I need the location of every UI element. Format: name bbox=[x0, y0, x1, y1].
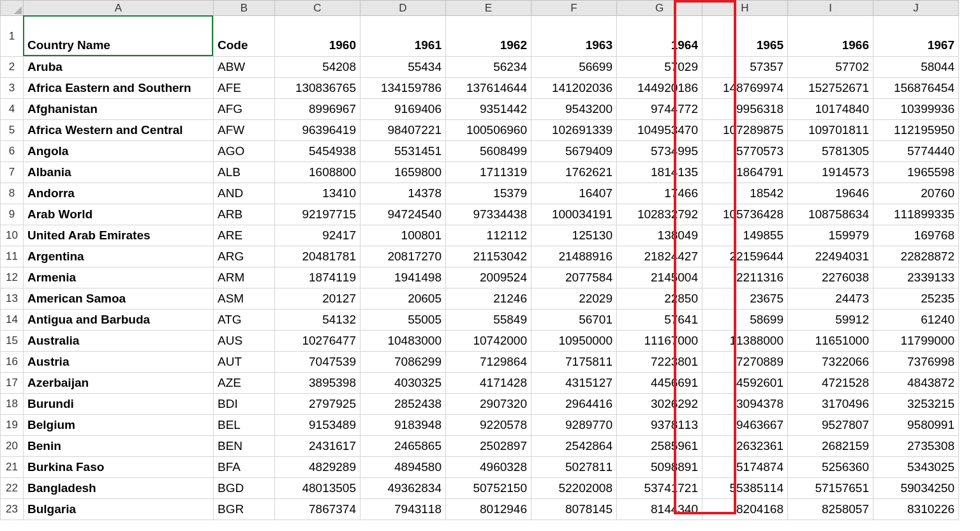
cell-A8[interactable]: Andorra bbox=[24, 183, 214, 204]
cell-H16[interactable]: 7270889 bbox=[702, 352, 788, 373]
row-header-4[interactable]: 4 bbox=[1, 99, 24, 120]
cell-E15[interactable]: 10742000 bbox=[446, 331, 531, 352]
cell-J22[interactable]: 59034250 bbox=[873, 478, 959, 499]
cell-B17[interactable]: AZE bbox=[214, 373, 275, 394]
cell-G22[interactable]: 53741721 bbox=[617, 478, 702, 499]
cell-A12[interactable]: Armenia bbox=[24, 267, 214, 288]
cell-I13[interactable]: 24473 bbox=[788, 288, 873, 310]
cell-E1[interactable]: 1962 bbox=[446, 16, 531, 57]
cell-F5[interactable]: 102691339 bbox=[531, 120, 617, 141]
row-header-12[interactable]: 12 bbox=[1, 267, 24, 288]
table-row[interactable]: 15AustraliaAUS10276477104830001074200010… bbox=[1, 331, 959, 352]
table-row[interactable]: 23BulgariaBGR786737479431188012946807814… bbox=[1, 499, 959, 520]
cell-C18[interactable]: 2797925 bbox=[275, 394, 360, 415]
cell-C16[interactable]: 7047539 bbox=[275, 352, 360, 373]
cell-D23[interactable]: 7943118 bbox=[360, 499, 446, 520]
cell-H8[interactable]: 18542 bbox=[702, 183, 788, 204]
cell-G18[interactable]: 3026292 bbox=[617, 394, 702, 415]
table-row[interactable]: 8AndorraAND13410143781537916407174661854… bbox=[1, 183, 959, 204]
cell-D20[interactable]: 2465865 bbox=[360, 436, 446, 457]
cell-E17[interactable]: 4171428 bbox=[446, 373, 531, 394]
cell-I22[interactable]: 57157651 bbox=[788, 478, 873, 499]
row-header-11[interactable]: 11 bbox=[1, 246, 24, 267]
cell-D11[interactable]: 20817270 bbox=[360, 246, 446, 267]
cell-B11[interactable]: ARG bbox=[214, 246, 275, 267]
cell-E4[interactable]: 9351442 bbox=[446, 99, 531, 120]
cell-J17[interactable]: 4843872 bbox=[873, 373, 959, 394]
cell-B1[interactable]: Code bbox=[214, 16, 275, 57]
row-header-6[interactable]: 6 bbox=[1, 141, 24, 162]
cell-I9[interactable]: 108758634 bbox=[788, 204, 873, 225]
cell-D4[interactable]: 9169406 bbox=[360, 99, 446, 120]
col-header-G[interactable]: G bbox=[617, 1, 702, 16]
cell-C22[interactable]: 48013505 bbox=[275, 478, 360, 499]
cell-H13[interactable]: 23675 bbox=[702, 288, 788, 310]
cell-C17[interactable]: 3895398 bbox=[275, 373, 360, 394]
cell-F3[interactable]: 141202036 bbox=[531, 78, 617, 99]
row-header-3[interactable]: 3 bbox=[1, 78, 24, 99]
cell-G19[interactable]: 9378113 bbox=[617, 415, 702, 436]
cell-C12[interactable]: 1874119 bbox=[275, 267, 360, 288]
cell-F23[interactable]: 8078145 bbox=[531, 499, 617, 520]
cell-D8[interactable]: 14378 bbox=[360, 183, 446, 204]
col-header-I[interactable]: I bbox=[788, 1, 873, 16]
cell-C13[interactable]: 20127 bbox=[275, 288, 360, 310]
cell-I2[interactable]: 57702 bbox=[788, 57, 873, 78]
cell-I14[interactable]: 59912 bbox=[788, 310, 873, 331]
table-row[interactable]: 3Africa Eastern and SouthernAFE130836765… bbox=[1, 78, 959, 99]
cell-B5[interactable]: AFW bbox=[214, 120, 275, 141]
cell-D12[interactable]: 1941498 bbox=[360, 267, 446, 288]
cell-F11[interactable]: 21488916 bbox=[531, 246, 617, 267]
table-row[interactable]: 19BelgiumBEL9153489918394892205789289770… bbox=[1, 415, 959, 436]
cell-H18[interactable]: 3094378 bbox=[702, 394, 788, 415]
row-header-15[interactable]: 15 bbox=[1, 331, 24, 352]
table-row[interactable]: 17AzerbaijanAZE3895398403032541714284315… bbox=[1, 373, 959, 394]
cell-A13[interactable]: American Samoa bbox=[24, 288, 214, 310]
table-row[interactable]: 9Arab WorldARB92197715947245409733443810… bbox=[1, 204, 959, 225]
cell-E2[interactable]: 56234 bbox=[446, 57, 531, 78]
cell-H17[interactable]: 4592601 bbox=[702, 373, 788, 394]
cell-H6[interactable]: 5770573 bbox=[702, 141, 788, 162]
cell-F19[interactable]: 9289770 bbox=[531, 415, 617, 436]
cell-J18[interactable]: 3253215 bbox=[873, 394, 959, 415]
row-header-8[interactable]: 8 bbox=[1, 183, 24, 204]
cell-D22[interactable]: 49362834 bbox=[360, 478, 446, 499]
cell-I5[interactable]: 109701811 bbox=[788, 120, 873, 141]
cell-A3[interactable]: Africa Eastern and Southern bbox=[24, 78, 214, 99]
cell-F20[interactable]: 2542864 bbox=[531, 436, 617, 457]
cell-E3[interactable]: 137614644 bbox=[446, 78, 531, 99]
cell-B8[interactable]: AND bbox=[214, 183, 275, 204]
cell-F12[interactable]: 2077584 bbox=[531, 267, 617, 288]
cell-D21[interactable]: 4894580 bbox=[360, 457, 446, 478]
table-row[interactable]: 16AustriaAUT7047539708629971298647175811… bbox=[1, 352, 959, 373]
table-row[interactable]: 2ArubaABW5420855434562345669957029573575… bbox=[1, 57, 959, 78]
cell-A23[interactable]: Bulgaria bbox=[24, 499, 214, 520]
cell-C20[interactable]: 2431617 bbox=[275, 436, 360, 457]
cell-H15[interactable]: 11388000 bbox=[702, 331, 788, 352]
cell-J15[interactable]: 11799000 bbox=[873, 331, 959, 352]
select-all-corner[interactable] bbox=[1, 1, 24, 16]
cell-H2[interactable]: 57357 bbox=[702, 57, 788, 78]
cell-I18[interactable]: 3170496 bbox=[788, 394, 873, 415]
col-header-D[interactable]: D bbox=[360, 1, 446, 16]
table-row[interactable]: 14Antigua and BarbudaATG5413255005558495… bbox=[1, 310, 959, 331]
cell-G6[interactable]: 5734995 bbox=[617, 141, 702, 162]
cell-I21[interactable]: 5256360 bbox=[788, 457, 873, 478]
cell-J5[interactable]: 112195950 bbox=[873, 120, 959, 141]
cell-G21[interactable]: 5098891 bbox=[617, 457, 702, 478]
cell-C6[interactable]: 5454938 bbox=[275, 141, 360, 162]
cell-J16[interactable]: 7376998 bbox=[873, 352, 959, 373]
cell-H12[interactable]: 2211316 bbox=[702, 267, 788, 288]
cell-J14[interactable]: 61240 bbox=[873, 310, 959, 331]
cell-G2[interactable]: 57029 bbox=[617, 57, 702, 78]
col-header-B[interactable]: B bbox=[214, 1, 275, 16]
cell-J7[interactable]: 1965598 bbox=[873, 162, 959, 183]
cell-J9[interactable]: 111899335 bbox=[873, 204, 959, 225]
cell-C8[interactable]: 13410 bbox=[275, 183, 360, 204]
cell-I11[interactable]: 22494031 bbox=[788, 246, 873, 267]
row-header-21[interactable]: 21 bbox=[1, 457, 24, 478]
cell-D17[interactable]: 4030325 bbox=[360, 373, 446, 394]
cell-F7[interactable]: 1762621 bbox=[531, 162, 617, 183]
cell-A16[interactable]: Austria bbox=[24, 352, 214, 373]
table-header-row[interactable]: 1 Country Name Code 1960 1961 1962 1963 … bbox=[1, 16, 959, 57]
